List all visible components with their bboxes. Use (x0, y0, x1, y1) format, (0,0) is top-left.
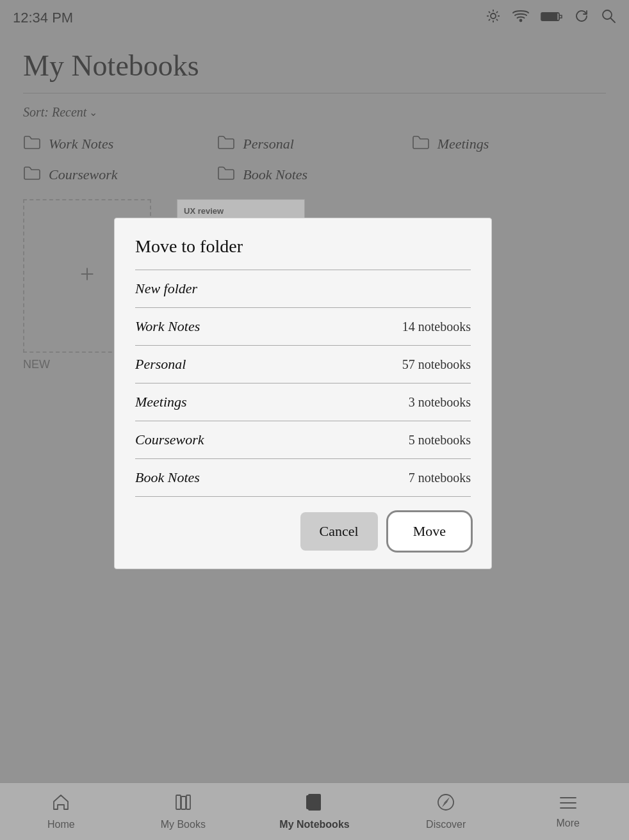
modal-folder-count: 7 notebooks (409, 471, 471, 485)
modal-folder-count: 57 notebooks (402, 357, 471, 372)
modal-folder-row-personal[interactable]: Personal 57 notebooks (135, 346, 471, 384)
modal-title: Move to folder (135, 236, 471, 257)
modal-folder-name: Meetings (135, 394, 187, 410)
modal-folder-row-meetings[interactable]: Meetings 3 notebooks (135, 384, 471, 421)
new-folder-option[interactable]: New folder (135, 270, 471, 308)
modal-folder-count: 3 notebooks (409, 395, 471, 410)
modal-folder-row-work-notes[interactable]: Work Notes 14 notebooks (135, 308, 471, 346)
modal-folder-name: Personal (135, 356, 186, 373)
new-folder-label: New folder (135, 280, 197, 296)
modal-buttons: Cancel Move (135, 512, 471, 551)
modal-folder-row-coursework[interactable]: Coursework 5 notebooks (135, 421, 471, 459)
modal-folder-name: Work Notes (135, 318, 200, 335)
cancel-button[interactable]: Cancel (300, 512, 378, 551)
modal-folder-count: 14 notebooks (402, 319, 471, 334)
modal-folder-count: 5 notebooks (409, 433, 471, 448)
modal-folder-name: Coursework (135, 432, 204, 448)
move-to-folder-modal: Move to folder New folder Work Notes 14 … (114, 218, 492, 569)
modal-folder-row-book-notes[interactable]: Book Notes 7 notebooks (135, 459, 471, 497)
move-button[interactable]: Move (388, 512, 471, 551)
modal-folder-name: Book Notes (135, 469, 200, 486)
